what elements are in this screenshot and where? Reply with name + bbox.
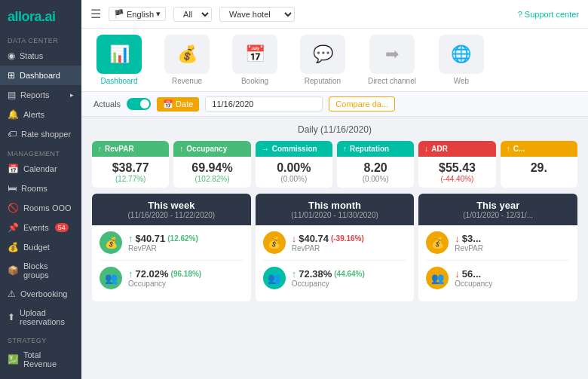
sidebar-item-reports[interactable]: ▤ Reports ▸ xyxy=(0,85,81,105)
sidebar-item-events[interactable]: 📌 Events 54 xyxy=(0,218,81,237)
this-year-title: This year xyxy=(426,200,570,211)
this-week-revpar-arrow: ↑ xyxy=(128,233,133,244)
this-month-dates: (11/01/2020 - 11/30/2020) xyxy=(263,211,407,219)
metric-card-adr: ↓ ADR $55.43 (-44.40%) xyxy=(418,141,495,188)
this-month-occupancy-arrow: ↑ xyxy=(292,268,297,280)
this-week-revpar-icon: 💰 xyxy=(100,231,122,254)
nav-reputation[interactable]: 💬 Reputation xyxy=(300,35,345,85)
nav-direct-channel[interactable]: ➡ Direct channel xyxy=(368,35,416,85)
lang-chevron-icon: ▾ xyxy=(156,9,161,19)
actuals-label: Actuals xyxy=(93,99,121,109)
col6-body: 29. xyxy=(501,157,577,179)
this-year-occupancy-arrow: ↓ xyxy=(455,268,460,280)
booking-nav-icon: 📅 xyxy=(232,35,277,74)
revpar-header: ↑ RevPAR xyxy=(92,141,169,157)
language-label: English xyxy=(127,10,154,19)
calendar-icon: 📅 xyxy=(163,99,173,109)
dashboard-nav-label: Dashboard xyxy=(101,77,138,85)
sidebar-item-dashboard[interactable]: ⊞ Dashboard xyxy=(0,66,81,85)
sidebar-item-rooms[interactable]: 🛏 Rooms xyxy=(0,179,81,198)
this-month-body: 💰 ↓ $40.74 (-39.16%) RevPAR 👥 xyxy=(256,225,415,301)
date-button[interactable]: 📅 Date xyxy=(157,97,199,112)
commission-body: 0.00% (0.00%) xyxy=(256,157,332,188)
reputation-nav-label: Reputation xyxy=(305,77,341,85)
sidebar-section-strategy: STRATEGY 💹 Total Revenue ⚙ Pricing manag… xyxy=(0,331,81,379)
this-week-revpar-metric: ↑ $40.71 (12.62%) RevPAR xyxy=(128,233,198,252)
sidebar-item-total-revenue[interactable]: 💹 Total Revenue xyxy=(0,346,81,373)
this-year-revpar-row: 💰 ↓ $3... RevPAR xyxy=(426,231,570,261)
sidebar-item-rate-shopper[interactable]: 🏷 Rate shopper xyxy=(0,124,81,144)
this-year-body: 💰 ↓ $3... RevPAR 👥 xyxy=(418,225,577,301)
support-center-link[interactable]: ? Support center xyxy=(518,10,579,19)
this-month-revpar-label: RevPAR xyxy=(292,244,364,252)
this-week-occupancy-icon: 👥 xyxy=(100,267,122,289)
total-revenue-icon: 💹 xyxy=(8,354,19,365)
col6-value: 29. xyxy=(507,161,571,175)
sidebar-item-budget[interactable]: 💰 Budget xyxy=(0,237,81,257)
sidebar-item-rooms-ooo[interactable]: 🚫 Rooms OOO xyxy=(0,198,81,218)
metric-card-occupancy: ↑ Occupancy 69.94% (102.82%) xyxy=(173,141,250,188)
this-week-body: 💰 ↑ $40.71 (12.62%) RevPAR 👥 xyxy=(92,225,251,301)
hamburger-icon[interactable]: ☰ xyxy=(90,7,101,21)
status-icon: ◉ xyxy=(8,50,15,61)
nav-web[interactable]: 🌐 Web xyxy=(439,35,484,85)
revpar-value: $38.77 xyxy=(98,161,163,175)
sidebar-item-blocks-groups[interactable]: 📦 Blocks groups xyxy=(0,257,81,284)
reports-icon: ▤ xyxy=(8,90,16,100)
sidebar-item-status[interactable]: ◉ Status xyxy=(0,46,81,66)
adr-value: $55.43 xyxy=(424,161,489,175)
col6-arrow-icon: ↑ xyxy=(507,145,510,153)
date-input[interactable] xyxy=(205,96,323,112)
nav-booking[interactable]: 📅 Booking xyxy=(232,35,277,85)
metric-card-commission: → Commission 0.00% (0.00%) xyxy=(256,141,332,188)
commission-change: (0.00%) xyxy=(262,175,326,183)
daily-title: Daily (11/16/2020) xyxy=(92,124,577,135)
this-week-occupancy-row: 👥 ↑ 72.02% (96.18%) Occupancy xyxy=(100,267,243,295)
this-year-revpar-icon: 💰 xyxy=(426,231,449,254)
all-select[interactable]: All xyxy=(173,7,212,22)
this-week-dates: (11/16/2020 - 11/22/2020) xyxy=(100,211,243,219)
period-card-this-month: This month (11/01/2020 - 11/30/2020) 💰 ↓… xyxy=(256,194,415,301)
sidebar-item-upload-reservations[interactable]: ⬆ Upload reservations xyxy=(0,304,81,331)
this-year-revpar-value: ↓ $3... xyxy=(455,233,483,244)
revpar-body: $38.77 (12.77%) xyxy=(92,157,169,188)
this-week-revpar-row: 💰 ↑ $40.71 (12.62%) RevPAR xyxy=(100,231,243,261)
this-year-occupancy-label: Occupancy xyxy=(455,280,492,288)
rooms-icon: 🛏 xyxy=(8,183,17,194)
sidebar-item-calendar[interactable]: 📅 Calendar xyxy=(0,159,81,179)
booking-nav-label: Booking xyxy=(241,77,268,85)
metric-card-revpar: ↑ RevPAR $38.77 (12.77%) xyxy=(92,141,169,188)
hotel-select[interactable]: Wave hotel xyxy=(219,7,295,22)
this-week-revpar-value: ↑ $40.71 (12.62%) xyxy=(128,233,198,244)
nav-dashboard[interactable]: 📊 Dashboard xyxy=(96,35,142,85)
occupancy-change: (102.82%) xyxy=(179,175,244,183)
sidebar-item-overbooking[interactable]: ⚠ Overbooking xyxy=(0,284,81,304)
sidebar-item-pricing-management[interactable]: ⚙ Pricing management xyxy=(0,373,81,379)
compare-button[interactable]: Compare da... xyxy=(329,96,395,112)
section-label-data-center: DATA CENTER xyxy=(0,31,81,46)
this-week-header: This week (11/16/2020 - 11/22/2020) xyxy=(92,194,251,225)
this-week-revpar-label: RevPAR xyxy=(128,244,198,252)
this-year-occupancy-row: 👥 ↓ 56... Occupancy xyxy=(426,267,570,295)
this-month-revpar-value: ↓ $40.74 (-39.16%) xyxy=(292,233,364,244)
date-button-label: Date xyxy=(176,99,193,109)
actuals-toggle[interactable] xyxy=(127,98,151,110)
occupancy-body: 69.94% (102.82%) xyxy=(173,157,250,188)
nav-revenue[interactable]: 💰 Revenue xyxy=(164,35,210,85)
metric-card-reputation: ↑ Reputation 8.20 (0.00%) xyxy=(337,141,414,188)
language-selector[interactable]: 🏴 English ▾ xyxy=(109,7,166,21)
col6-header: ↑ C... xyxy=(501,141,577,157)
this-month-revpar-change: (-39.16%) xyxy=(331,234,364,243)
reputation-value: 8.20 xyxy=(343,161,408,175)
section-label-management: MANAGEMENT xyxy=(0,144,81,159)
rate-shopper-icon: 🏷 xyxy=(8,129,17,139)
this-month-header: This month (11/01/2020 - 11/30/2020) xyxy=(256,194,415,225)
revenue-nav-icon: 💰 xyxy=(164,35,210,74)
adr-arrow-icon: ↓ xyxy=(424,145,428,153)
nav-icons-bar: 📊 Dashboard 💰 Revenue 📅 Booking 💬 Reputa… xyxy=(81,29,588,92)
this-month-revpar-row: 💰 ↓ $40.74 (-39.16%) RevPAR xyxy=(263,231,407,261)
topbar: ☰ 🏴 English ▾ All Wave hotel ? Support c… xyxy=(81,0,588,29)
sidebar-item-alerts[interactable]: 🔔 Alerts xyxy=(0,105,81,124)
this-month-title: This month xyxy=(263,200,407,211)
calendar-icon: 📅 xyxy=(8,164,19,174)
